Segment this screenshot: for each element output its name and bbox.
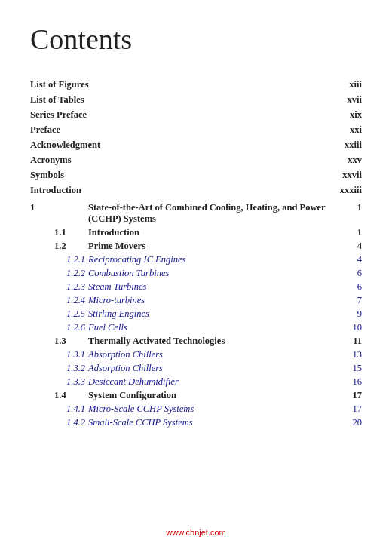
- toc-frontmatter-row: List of Figures xiii: [30, 77, 362, 92]
- section-title: Small-Scale CCHP Systems: [88, 417, 193, 428]
- section-num: 1.3.1: [30, 348, 88, 362]
- toc-page: xvii: [348, 94, 362, 106]
- section-title: Reciprocating IC Engines: [88, 254, 185, 265]
- section-num: 1.2.1: [30, 253, 88, 267]
- toc-section-row: 1.2.4 Micro-turbines 7: [30, 294, 362, 308]
- toc-section-row: 1.3.2 Adsorption Chillers 15: [30, 362, 362, 376]
- section-title: Prime Movers: [88, 241, 145, 252]
- toc-frontmatter-row: Acknowledgment xxiii: [30, 137, 362, 152]
- section-page: 6: [347, 268, 362, 279]
- section-page: 4: [347, 241, 362, 252]
- toc-section-row: 1.2.6 Fuel Cells 10: [30, 321, 362, 335]
- toc-frontmatter-row: Introduction xxxiii: [30, 183, 362, 198]
- toc-page: xxv: [348, 155, 362, 166]
- chapter-page: 1: [347, 202, 362, 213]
- toc-label: List of Tables: [30, 94, 84, 106]
- toc-section-row: 1.4.2 Small-Scale CCHP Systems 20: [30, 416, 362, 430]
- section-page: 20: [347, 417, 362, 428]
- toc-frontmatter-row: List of Tables xvii: [30, 92, 362, 107]
- toc-page: xxvii: [342, 170, 362, 181]
- chapter-title: State-of-the-Art of Combined Cooling, He…: [88, 202, 347, 225]
- section-title: Steam Turbines: [88, 281, 146, 293]
- watermark: www.chnjet.com: [166, 528, 225, 537]
- section-num: 1.4.1: [30, 403, 88, 416]
- toc-frontmatter-row: Preface xxi: [30, 122, 362, 137]
- section-num: 1.3.3: [30, 376, 88, 389]
- toc-section-row: 1.3 Thermally Activated Technologies 11: [30, 335, 362, 348]
- toc-page: xiii: [349, 79, 362, 90]
- section-num: 1.1: [30, 226, 88, 240]
- section-title: Absorption Chillers: [88, 349, 163, 360]
- toc-label: Series Preface: [30, 109, 87, 121]
- section-title: Desiccant Dehumidifier: [88, 376, 179, 388]
- toc-label: Preface: [30, 124, 60, 136]
- chapter-num: 1: [30, 198, 88, 226]
- toc-table: List of Figures xiii List of Tables xvii…: [30, 77, 362, 430]
- section-num: 1.2.3: [30, 281, 88, 294]
- toc-section-row: 1.2 Prime Movers 4: [30, 240, 362, 253]
- section-title: Introduction: [88, 227, 139, 238]
- section-page: 4: [347, 254, 362, 265]
- section-title: Thermally Activated Technologies: [88, 336, 225, 347]
- section-num: 1.3: [30, 335, 88, 348]
- section-num: 1.4.2: [30, 416, 88, 430]
- section-page: 17: [347, 403, 362, 415]
- section-page: 7: [347, 295, 362, 306]
- toc-section-row: 1.4.1 Micro-Scale CCHP Systems 17: [30, 403, 362, 416]
- section-page: 9: [347, 308, 362, 320]
- toc-label: List of Figures: [30, 79, 89, 90]
- section-title: Micro-Scale CCHP Systems: [88, 403, 194, 415]
- section-num: 1.2.2: [30, 267, 88, 281]
- toc-section-row: 1.3.3 Desiccant Dehumidifier 16: [30, 376, 362, 389]
- section-page: 1: [347, 227, 362, 238]
- section-title: Micro-turbines: [88, 295, 145, 306]
- section-page: 10: [347, 322, 362, 333]
- toc-frontmatter-row: Series Preface xix: [30, 107, 362, 122]
- chapter-title-row: 1 State-of-the-Art of Combined Cooling, …: [30, 198, 362, 226]
- toc-section-row: 1.2.5 Stirling Engines 9: [30, 308, 362, 321]
- toc-section-row: 1.1 Introduction 1: [30, 226, 362, 240]
- page: Contents List of Figures xiii List of Ta…: [0, 0, 392, 543]
- toc-section-row: 1.2.2 Combustion Turbines 6: [30, 267, 362, 281]
- toc-section-row: 1.2.3 Steam Turbines 6: [30, 281, 362, 294]
- section-num: 1.4: [30, 389, 88, 403]
- section-page: 13: [347, 349, 362, 360]
- section-title: Fuel Cells: [88, 322, 127, 333]
- toc-page: xxiii: [345, 140, 362, 151]
- toc-section-row: 1.3.1 Absorption Chillers 13: [30, 348, 362, 362]
- toc-frontmatter-row: Symbols xxvii: [30, 167, 362, 183]
- toc-frontmatter-row: Acronyms xxv: [30, 152, 362, 167]
- section-num: 1.2.4: [30, 294, 88, 308]
- section-title: Combustion Turbines: [88, 268, 169, 279]
- section-page: 16: [347, 376, 362, 388]
- section-title: Stirling Engines: [88, 308, 149, 320]
- section-num: 1.2.6: [30, 321, 88, 335]
- section-page: 17: [347, 390, 362, 401]
- toc-label: Symbols: [30, 170, 64, 181]
- page-title: Contents: [30, 23, 362, 56]
- toc-page: xix: [350, 109, 362, 121]
- section-num: 1.2: [30, 240, 88, 253]
- section-page: 6: [347, 281, 362, 293]
- toc-section-row: 1.4 System Configuration 17: [30, 389, 362, 403]
- toc-label: Introduction: [30, 185, 81, 196]
- toc-section-row: 1.2.1 Reciprocating IC Engines 4: [30, 253, 362, 267]
- section-page: 11: [347, 336, 362, 347]
- section-page: 15: [347, 363, 362, 374]
- toc-page: xxxiii: [340, 185, 362, 196]
- section-title: System Configuration: [88, 390, 176, 401]
- toc-page: xxi: [350, 124, 362, 136]
- toc-label: Acknowledgment: [30, 140, 100, 151]
- section-title: Adsorption Chillers: [88, 363, 163, 374]
- section-num: 1.3.2: [30, 362, 88, 376]
- section-num: 1.2.5: [30, 308, 88, 321]
- toc-label: Acronyms: [30, 155, 72, 166]
